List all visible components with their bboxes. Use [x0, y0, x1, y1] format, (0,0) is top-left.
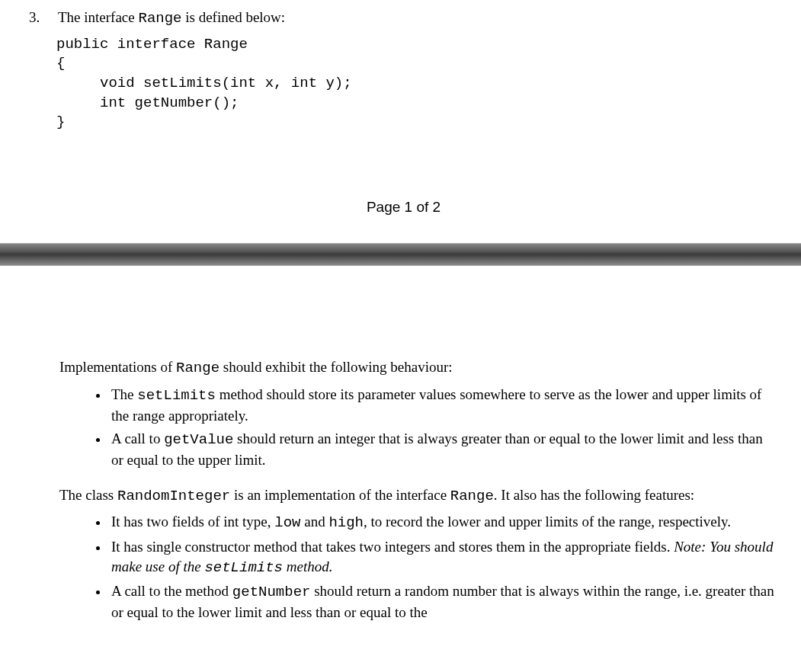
- f1-pre: It has two fields of int type,: [111, 514, 274, 530]
- class-intro-code2: Range: [450, 488, 494, 504]
- bullet-getvalue: A call to getValue should return an inte…: [108, 429, 778, 469]
- f3-pre: A call to the method: [111, 583, 232, 599]
- page-separator: [0, 243, 801, 266]
- page1-bottom: 3. The interface Range is defined below:…: [0, 0, 801, 216]
- f3-code: getNumber: [232, 584, 311, 600]
- f1-post: , to record the lower and upper limits o…: [364, 514, 731, 530]
- f1-code-high: high: [328, 514, 364, 531]
- bullet-getnumber: A call to the method getNumber should re…: [108, 581, 778, 622]
- intro-code-range: Range: [138, 10, 181, 27]
- f2-pre: It has single constructor method that ta…: [111, 539, 674, 555]
- page-footer: Page 1 of 2: [29, 197, 778, 217]
- question-row: 3. The interface Range is defined below:: [29, 8, 778, 29]
- b2-pre: A call to: [111, 430, 164, 446]
- code-line-1: public interface Range: [56, 36, 248, 53]
- b1-code: setLimits: [137, 387, 216, 404]
- bullet-fields: It has two fields of int type, low and h…: [108, 512, 778, 533]
- class-intro-code1: RandomInteger: [117, 488, 230, 504]
- b2-code: getValue: [164, 431, 233, 448]
- b1-pre: The: [111, 386, 137, 402]
- code-line-4: int getNumber();: [56, 94, 239, 111]
- implementations-intro: Implementations of Range should exhibit …: [59, 357, 778, 379]
- impl-intro-pre: Implementations of: [59, 359, 176, 375]
- class-intro: The class RandomInteger is an implementa…: [59, 485, 778, 507]
- class-intro-pre: The class: [59, 487, 117, 503]
- behaviour-bullets: The setLimits method should store its pa…: [59, 385, 778, 470]
- f2-note-post: method.: [283, 558, 332, 574]
- impl-intro-post: should exhibit the following behaviour:: [219, 359, 453, 375]
- f1-code-low: low: [274, 514, 300, 531]
- code-block: public interface Range { void setLimits(…: [56, 35, 778, 133]
- class-intro-post: . It also has the following features:: [494, 487, 694, 503]
- bullet-setlimits: The setLimits method should store its pa…: [108, 385, 778, 425]
- class-intro-mid: is an implementation of the interface: [230, 487, 450, 503]
- f2-note-code: setLimits: [204, 559, 283, 576]
- f1-mid: and: [300, 514, 328, 530]
- bullet-constructor: It has single constructor method that ta…: [108, 537, 778, 578]
- question-number: 3.: [29, 8, 58, 29]
- code-line-2: {: [56, 55, 65, 72]
- code-line-5: }: [56, 114, 65, 130]
- page-container: 3. The interface Range is defined below:…: [0, 0, 801, 672]
- question-intro: The interface Range is defined below:: [58, 8, 778, 29]
- page2-top: Implementations of Range should exhibit …: [0, 266, 801, 622]
- code-line-3: void setLimits(int x, int y);: [56, 75, 352, 91]
- intro-pre: The interface: [58, 9, 138, 25]
- features-bullets: It has two fields of int type, low and h…: [59, 512, 778, 622]
- impl-intro-code: Range: [176, 360, 219, 376]
- intro-post: is defined below:: [182, 9, 286, 25]
